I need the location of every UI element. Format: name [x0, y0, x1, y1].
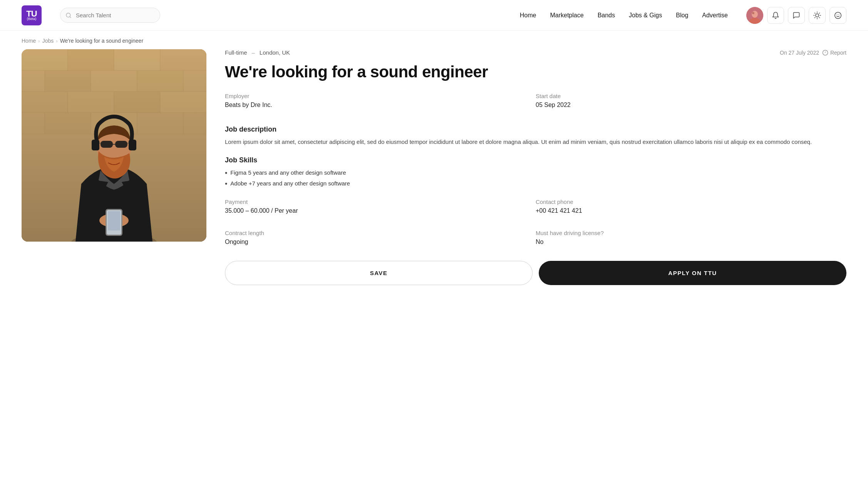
job-meta-right: On 27 July 2022 Report	[780, 50, 846, 56]
apply-button[interactable]: APPLY ON TTU	[539, 261, 846, 285]
payment-value: 35.000 – 60.000 / Per year	[225, 207, 536, 214]
nav-icons	[746, 7, 846, 24]
search-wrap	[60, 8, 160, 23]
payment-contact-grid: Payment 35.000 – 60.000 / Per year Conta…	[225, 199, 846, 222]
hero-image-col	[22, 49, 206, 242]
breadcrumb-sep-2: ›	[56, 38, 57, 44]
start-date-value: 05 Sep 2022	[536, 102, 846, 108]
skill-item: • Adobe +7 years and any other design so…	[225, 179, 846, 190]
contract-group: Contract length Ongoing	[225, 230, 536, 253]
contract-driving-grid: Contract length Ongoing Must have drivin…	[225, 230, 846, 253]
hero-image	[22, 49, 206, 242]
nav-home[interactable]: Home	[520, 12, 536, 19]
avatar-image	[746, 7, 763, 24]
breadcrumb-home[interactable]: Home	[22, 38, 36, 44]
search-icon	[65, 12, 72, 18]
emoji-button[interactable]	[829, 7, 846, 24]
employer-date-grid: Employer Beats by Dre Inc. Start date 05…	[225, 93, 846, 116]
job-posted: On 27 July 2022	[780, 50, 819, 56]
action-row: SAVE APPLY ON TTU	[225, 261, 846, 285]
message-icon	[793, 12, 800, 19]
description-title: Job description	[225, 125, 846, 134]
svg-rect-42	[115, 141, 127, 148]
nav-blog[interactable]: Blog	[676, 12, 688, 19]
report-link[interactable]: Report	[822, 50, 846, 56]
hero-illustration	[22, 49, 206, 242]
page-content: Full-time – London, UK On 27 July 2022 R…	[0, 49, 868, 308]
sun-icon	[813, 12, 821, 19]
svg-rect-47	[129, 140, 136, 150]
search-input[interactable]	[60, 8, 160, 23]
svg-point-15	[835, 12, 841, 18]
job-title: We're looking for a sound engineer	[225, 63, 846, 81]
breadcrumb-sep-1: ›	[38, 38, 40, 44]
job-meta-row: Full-time – London, UK On 27 July 2022 R…	[225, 49, 846, 56]
nav-marketplace[interactable]: Marketplace	[550, 12, 583, 19]
header: TU (Beta) Home Marketplace Bands Jobs & …	[0, 0, 868, 31]
svg-line-14	[819, 13, 819, 13]
svg-line-13	[815, 17, 815, 18]
payment-group: Payment 35.000 – 60.000 / Per year	[225, 199, 536, 222]
svg-rect-41	[101, 141, 113, 148]
breadcrumb-current: We're looking for a sound engineer	[60, 38, 143, 44]
nav-advertise[interactable]: Advertise	[702, 12, 728, 19]
logo[interactable]: TU (Beta)	[22, 5, 42, 25]
svg-point-3	[752, 11, 758, 18]
breadcrumb: Home › Jobs › We're looking for a sound …	[0, 31, 868, 49]
save-button[interactable]: SAVE	[225, 261, 533, 285]
contract-label: Contract length	[225, 230, 536, 236]
contact-label: Contact phone	[536, 199, 846, 205]
job-location: London, UK	[260, 49, 290, 56]
driving-group: Must have driving license? No	[536, 230, 846, 253]
svg-rect-51	[108, 211, 120, 230]
smiley-icon	[834, 12, 842, 19]
svg-point-5	[752, 12, 754, 14]
svg-line-1	[70, 17, 71, 18]
driving-label: Must have driving license?	[536, 230, 846, 236]
job-description: Lorem ipsum dolor sit amet, consectetur …	[225, 137, 846, 147]
skills-list: • Figma 5 years and any other design sof…	[225, 168, 846, 189]
svg-line-10	[819, 17, 819, 18]
job-type: Full-time	[225, 49, 247, 56]
logo-box: TU (Beta)	[22, 5, 42, 25]
job-details: Full-time – London, UK On 27 July 2022 R…	[225, 49, 846, 285]
contact-group: Contact phone +00 421 421 421	[536, 199, 846, 222]
info-icon	[822, 50, 828, 56]
notifications-button[interactable]	[767, 7, 784, 24]
main-nav: Home Marketplace Bands Jobs & Gigs Blog …	[520, 12, 728, 19]
nav-bands[interactable]: Bands	[598, 12, 615, 19]
nav-jobs-gigs[interactable]: Jobs & Gigs	[629, 12, 662, 19]
contract-value: Ongoing	[225, 239, 536, 245]
svg-line-9	[815, 13, 815, 13]
skill-item: • Figma 5 years and any other design sof…	[225, 168, 846, 179]
employer-group: Employer Beats by Dre Inc.	[225, 93, 536, 116]
skills-title: Job Skills	[225, 156, 846, 164]
svg-point-6	[816, 13, 819, 17]
start-date-label: Start date	[536, 93, 846, 99]
bell-icon	[772, 12, 779, 19]
theme-button[interactable]	[809, 7, 826, 24]
job-meta-left: Full-time – London, UK	[225, 49, 290, 56]
contact-value: +00 421 421 421	[536, 207, 846, 214]
breadcrumb-jobs[interactable]: Jobs	[42, 38, 54, 44]
svg-rect-46	[92, 140, 99, 150]
messages-button[interactable]	[788, 7, 805, 24]
meta-dash: –	[252, 49, 255, 56]
user-avatar[interactable]	[746, 7, 763, 24]
driving-value: No	[536, 239, 846, 245]
employer-value: Beats by Dre Inc.	[225, 102, 536, 108]
payment-label: Payment	[225, 199, 536, 205]
employer-label: Employer	[225, 93, 536, 99]
start-date-group: Start date 05 Sep 2022	[536, 93, 846, 116]
